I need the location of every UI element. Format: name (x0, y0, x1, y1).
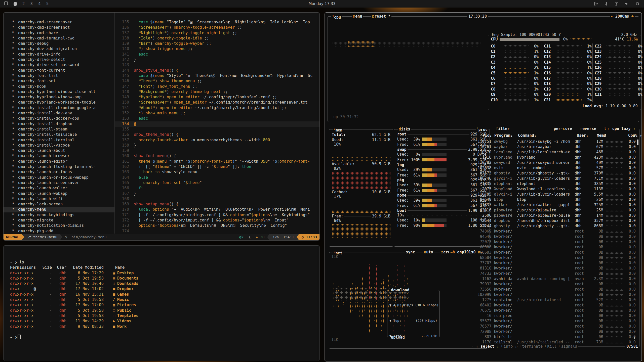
process-row[interactable]: 73703kworker/root0B0.0 (474, 260, 636, 266)
file-item[interactable]: *omarchy-hyprland-window-close-all (4, 89, 114, 95)
process-row[interactable]: 68584kworker/root0B0.0 (474, 255, 636, 260)
file-item[interactable]: *omarchy-launch-or-focus-webapp (4, 175, 114, 180)
file-item[interactable]: *omarchy-hook (4, 84, 114, 89)
process-row[interactable]: 63816pipewire/usr/bin/pipewiredhh25M0.0 (474, 208, 636, 213)
process-row[interactable]: 95673kworker/root0B0.0 (474, 319, 636, 324)
process-row[interactable]: 71835elephantelephantdhh385M0.0 (474, 181, 636, 187)
file-item[interactable]: *omarchy-pkg-add (4, 229, 114, 234)
file-item[interactable]: *omarchy-migrate (4, 218, 114, 223)
proc-box-title[interactable]: 4proc (476, 126, 489, 132)
file-item[interactable]: *omarchy-notification-dismiss (4, 223, 114, 228)
process-row[interactable]: 68402kworker/root0B0.0 (474, 303, 636, 308)
process-row[interactable]: 81310kworker/root0B0.0 (474, 266, 636, 271)
file-item[interactable]: *omarchy-drive-set-password (4, 62, 114, 68)
process-row[interactable]: 110670localsea/usr/lib/localsearch-exdhh… (474, 150, 636, 155)
ls-row[interactable]: drwxr-xr-x-dhh17 Nov 10:46⇩Downloads (10, 281, 314, 286)
file-item[interactable]: *omarchy-font-set (4, 78, 114, 84)
mem-box-title[interactable]: 2mem (333, 127, 343, 132)
process-row[interactable]: 87649btopbtopdhh26M0.0 (474, 197, 636, 202)
process-row[interactable]: 102638nvimnvim --embed .dhh57M0.0 (474, 165, 636, 171)
ls-row[interactable]: drwxr-xr-x-dhh5 Oct 19:58♪Music (10, 297, 314, 302)
file-item[interactable]: *omarchy-drive-select (4, 57, 114, 62)
disks-box-title[interactable]: disks (398, 127, 411, 131)
process-row[interactable]: 2544dropbox/home/dhh/.dropbox-distdhh357… (474, 218, 636, 223)
select-action[interactable]: select (480, 344, 494, 349)
sort-indicator[interactable]: Cpu% ↑ (628, 133, 639, 138)
process-row[interactable]: 110751swaybg/usr/bin/swaybg -i /homdhh12… (474, 139, 636, 144)
process-row[interactable]: 2506pipewire/usr/bin/pipewire-pulsedhh14… (474, 213, 636, 218)
ls-row[interactable]: drwxr-xr-x-dhh9 Nov 08:33■Work (10, 324, 314, 329)
filter-button[interactable]: filter (495, 126, 511, 131)
file-item[interactable]: *omarchy-hyprland-workspace-toggle (4, 100, 114, 105)
process-row[interactable]: 87573ghostty/usr/bin/ghostty --gtk-dhh37… (474, 171, 636, 176)
file-item[interactable]: *omarchy-menu-keybindings (4, 212, 114, 218)
file-item[interactable]: *omarchy-debug (4, 41, 114, 46)
ls-row[interactable]: drwxr-xr-x-dhh5 Oct 19:58▤Documents (10, 276, 314, 281)
file-item[interactable]: *omarchy-cmd-screensaver (4, 20, 114, 25)
process-row[interactable]: 1162avahi-daavahi-daemon: running [avahi… (474, 276, 636, 282)
process-row[interactable]: 76575kworker/root0B0.0 (474, 308, 636, 313)
process-row[interactable]: 106746glycin-i/usr/lib/glycin-loadersdhh… (474, 176, 636, 181)
process-row[interactable]: 68586kworker/root0B0.0 (474, 245, 636, 250)
file-item[interactable]: *omarchy-drive-info (4, 52, 114, 57)
process-row[interactable]: 12244ghostty/usr/bin/ghostty --gtk-dhh86… (474, 223, 636, 229)
file-item[interactable]: *omarchy-hyprland-window-pop (4, 95, 114, 100)
process-row[interactable]: 76577kworker/root0B0.0 (474, 324, 636, 329)
process-row[interactable]: 71837walker/usr/bin/walker --gappldhh325… (474, 202, 636, 208)
cpu-box-title[interactable]: 1cpu (331, 14, 342, 20)
scroll-down-icon[interactable]: ↓ (633, 336, 636, 340)
menu-button[interactable]: menu (352, 14, 363, 19)
process-row[interactable]: 110785glycin-i/usr/lib/glycin-loadersdhh… (474, 192, 636, 197)
reverse-button[interactable]: reverse (579, 126, 597, 131)
file-item[interactable]: *omarchy-install-vscode (4, 143, 114, 148)
file-item[interactable]: *omarchy-cmd-terminal-cwd (4, 36, 114, 41)
file-item[interactable]: *omarchy-launch-wifi (4, 196, 114, 202)
process-row[interactable]: 73656kworker/root0B0.0 (474, 287, 636, 292)
file-item[interactable]: *omarchy-font-current (4, 68, 114, 73)
per-core-button[interactable]: per-core (553, 126, 573, 131)
net-sync-button[interactable]: sync (405, 250, 416, 254)
process-row[interactable]: 110761waybar/usr/bin/waybardhh67M0.0 (474, 144, 636, 150)
signals-action[interactable]: ∟ (559, 344, 561, 349)
process-row[interactable]: 74733kworker/root0B0.0 (474, 271, 636, 276)
file-item[interactable]: *omarchy-launch-editor (4, 159, 114, 164)
sort-column-switch[interactable]: ← cpu lazy → (607, 126, 636, 131)
btop-window[interactable]: 1cpu menu preset * 17:33:28 - 2000ms + u… (325, 12, 642, 361)
kill-action[interactable]: ∟ (545, 344, 547, 349)
file-item[interactable]: *omarchy-install-docker-dbs (4, 116, 114, 121)
process-row[interactable]: 74869kworker/root0B0.0 (474, 229, 636, 234)
process-row[interactable]: 94540kworker/root0B0.0 (474, 234, 636, 239)
file-item[interactable]: *omarchy-install-dropbox (4, 121, 114, 127)
file-item[interactable]: *omarchy-install-terminal (4, 138, 114, 143)
file-item[interactable]: *omarchy-launch-floating-terminal- (4, 164, 114, 169)
process-row[interactable]: 2075XwaylandXwayland :1 -rootless -dhh11… (474, 187, 636, 192)
file-item[interactable]: *omarchy-launch-about (4, 148, 114, 153)
process-row[interactable]: 1916HyprlandHyprlanddhh423M0.0 (474, 155, 636, 160)
preset-button[interactable]: preset * (371, 14, 391, 19)
terminate-action[interactable]: ∟ (520, 344, 522, 349)
ls-row[interactable]: drwx------@-dhh17 Nov 11:02■Dropbox (10, 286, 314, 292)
process-row[interactable]: 16rcu_preeroot0B0.0 (474, 313, 636, 319)
file-item[interactable]: *omarchy-install-steam (4, 127, 114, 132)
process-row[interactable]: 72073kworker/root0B0.0 (474, 239, 636, 245)
file-item[interactable]: *omarchy-launch-screensaver (4, 180, 114, 186)
update-interval[interactable]: - 2000ms + (610, 14, 635, 19)
file-item[interactable]: *omarchy-launch-or-focus (4, 169, 114, 175)
file-item[interactable]: *omarchy-menu (4, 207, 114, 212)
file-item[interactable]: *omarchy-dev-add-migration (4, 46, 114, 52)
process-row[interactable]: 72088kworker/root0B0.0 (474, 329, 636, 334)
file-item[interactable]: *omarchy-install-dev-env (4, 111, 114, 116)
process-row[interactable]: 68583kworker/root0B0.0 (474, 250, 636, 255)
process-row[interactable]: 1275containe/usr/bin/containerdroot52M0.… (474, 297, 636, 303)
file-item[interactable]: *omarchy-install-tailscale (4, 132, 114, 137)
file-item[interactable]: *omarchy-cmd-screenshot (4, 25, 114, 30)
file-item[interactable]: *omarchy-launch-browser (4, 153, 114, 159)
process-row[interactable]: 110783swayosd-/usr/bin/swayosd-serverdhh… (474, 160, 636, 165)
ls-row[interactable]: drwxr-xr-x-dhh17 Nov 17:09▦Pictures (10, 302, 314, 308)
info-action[interactable]: ∟ (501, 344, 504, 349)
proc-scrollbar[interactable] (637, 140, 638, 145)
net-auto-button[interactable]: auto (423, 250, 434, 254)
ls-row[interactable]: drwxr-xr-x-dhh5 Oct 19:58❐Templates (10, 313, 314, 319)
file-item[interactable]: *omarchy-install-chromium-google-a (4, 105, 114, 111)
neovim-window[interactable]: *omarchy-cmd-screensaver*omarchy-cmd-scr… (3, 12, 320, 241)
